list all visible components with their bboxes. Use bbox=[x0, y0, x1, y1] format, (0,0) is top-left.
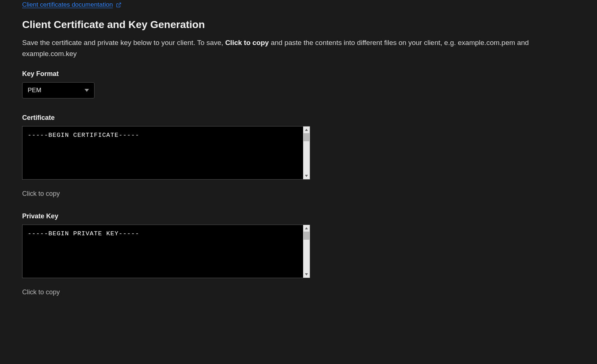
private-key-textarea[interactable]: -----BEGIN PRIVATE KEY----- bbox=[22, 225, 310, 278]
certificate-content: -----BEGIN CERTIFICATE----- bbox=[23, 126, 303, 179]
svg-line-0 bbox=[118, 3, 121, 5]
description-prefix: Save the certificate and private key bel… bbox=[22, 39, 225, 46]
scrollbar-up-arrow[interactable] bbox=[303, 225, 310, 232]
page-title: Client Certificate and Key Generation bbox=[22, 19, 575, 31]
scrollbar-down-arrow[interactable] bbox=[303, 271, 310, 278]
private-key-label: Private Key bbox=[22, 212, 575, 220]
scrollbar-track[interactable] bbox=[303, 133, 310, 173]
documentation-link-text: Client certificates documentation bbox=[22, 1, 113, 8]
page-description: Save the certificate and private key bel… bbox=[22, 37, 575, 60]
certificate-scrollbar[interactable] bbox=[303, 126, 310, 179]
key-format-label: Key Format bbox=[22, 70, 575, 78]
description-bold: Click to copy bbox=[225, 39, 269, 46]
certificate-label: Certificate bbox=[22, 114, 575, 122]
scrollbar-up-arrow[interactable] bbox=[303, 126, 310, 133]
private-key-scrollbar[interactable] bbox=[303, 225, 310, 278]
external-link-icon bbox=[116, 2, 121, 8]
scrollbar-down-arrow[interactable] bbox=[303, 173, 310, 179]
documentation-link[interactable]: Client certificates documentation bbox=[22, 1, 121, 8]
certificate-textarea[interactable]: -----BEGIN CERTIFICATE----- bbox=[22, 126, 310, 180]
key-format-value: PEM bbox=[28, 87, 41, 94]
private-key-copy-button[interactable]: Click to copy bbox=[22, 288, 60, 296]
chevron-down-icon bbox=[85, 89, 89, 92]
scrollbar-thumb[interactable] bbox=[303, 133, 309, 141]
scrollbar-track[interactable] bbox=[303, 232, 310, 271]
scrollbar-thumb[interactable] bbox=[303, 232, 309, 240]
private-key-content: -----BEGIN PRIVATE KEY----- bbox=[23, 225, 303, 278]
key-format-select[interactable]: PEM bbox=[22, 82, 95, 98]
certificate-copy-button[interactable]: Click to copy bbox=[22, 190, 60, 198]
